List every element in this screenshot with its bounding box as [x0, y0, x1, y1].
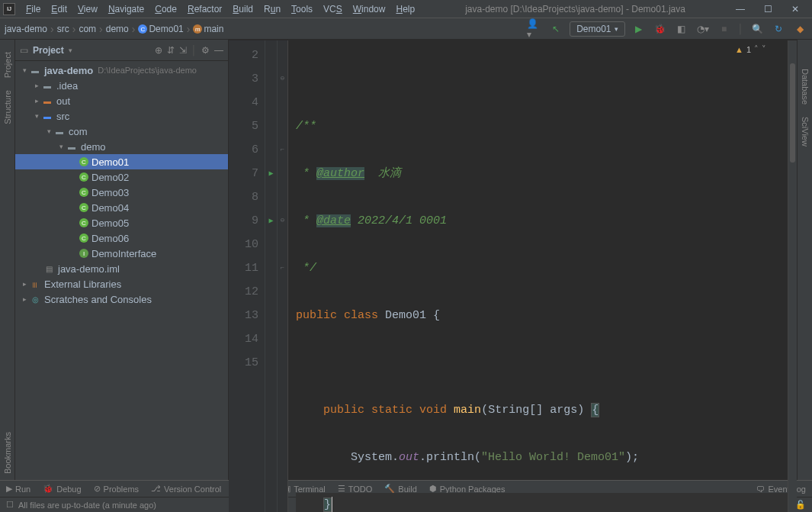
status-message: All files are up-to-date (a minute ago) — [18, 501, 156, 510]
class-icon: C — [79, 218, 88, 227]
tab-bookmarks[interactable]: Bookmarks — [2, 426, 14, 480]
project-tool-window: ▭ Project ▾ ⊕ ⇵ ⇲ │ ⚙ — ▾ ▬ java-demo D:… — [15, 40, 229, 480]
tree-class-demo01[interactable]: C Demo01 — [15, 154, 228, 169]
crumb-method[interactable]: mmain — [193, 24, 223, 34]
hide-icon[interactable]: — — [214, 45, 223, 56]
arrow-right-icon: ▸ — [20, 280, 29, 288]
panel-title[interactable]: Project — [33, 45, 64, 56]
code-content[interactable]: /** * @author 水滴 * @date 2022/4/1 0001 *… — [288, 40, 788, 512]
menu-tools[interactable]: Tools — [287, 2, 317, 16]
chevron-up-icon[interactable]: ˄ — [754, 44, 759, 54]
gear-icon[interactable]: ⚙ — [201, 45, 210, 56]
window-title: java-demo [D:\IdeaProjects\java-demo] - … — [419, 4, 731, 14]
tree-root[interactable]: ▾ ▬ java-demo D:\IdeaProjects\java-demo — [15, 63, 228, 78]
tool-vcs[interactable]: ⎇Version Control — [151, 484, 221, 494]
run-icon[interactable]: ▶ — [631, 21, 647, 37]
ide-settings-icon[interactable]: ◆ — [792, 21, 807, 37]
fold-end-icon[interactable]: ⌐ — [278, 256, 287, 280]
folder-icon: ▬ — [41, 80, 53, 91]
add-config-icon[interactable]: 👤▾ — [527, 21, 542, 37]
menu-file[interactable]: File — [21, 2, 45, 16]
fold-end-icon[interactable]: ⌐ — [278, 138, 287, 162]
chevron-right-icon: › — [187, 23, 191, 35]
coverage-icon[interactable]: ◧ — [674, 21, 689, 37]
tree-class-demo03[interactable]: C Demo03 — [15, 185, 228, 200]
fold-icon[interactable]: ⊖ — [278, 67, 287, 91]
menu-help[interactable]: Help — [391, 2, 419, 16]
menu-build[interactable]: Build — [228, 2, 258, 16]
arrow-down-icon: ▾ — [32, 112, 41, 120]
tab-project[interactable]: Project — [2, 46, 14, 84]
menu-vcs[interactable]: VCS — [319, 2, 347, 16]
expand-all-icon[interactable]: ⇵ — [167, 45, 175, 56]
editor-body[interactable]: 234 567 8910 111213 1415 ▶ ▶ ⊖ ⌐ ⊖ — [229, 40, 797, 512]
lock-icon[interactable]: 🔓 — [795, 500, 806, 510]
crumb-src[interactable]: src — [57, 24, 69, 34]
tree-src[interactable]: ▾ ▬ src — [15, 108, 228, 124]
chevron-right-icon: › — [132, 23, 136, 35]
tab-structure[interactable]: Structure — [2, 84, 14, 130]
select-opened-icon[interactable]: ⊕ — [155, 45, 162, 56]
tree-out[interactable]: ▸ ▬ out — [15, 93, 228, 108]
tree-demo[interactable]: ▾ ▬ demo — [15, 139, 228, 154]
run-gutter-icon[interactable]: ▶ — [265, 209, 277, 233]
chevron-right-icon: › — [72, 23, 76, 35]
crumb-com[interactable]: com — [79, 24, 96, 34]
arrow-right-icon: ▸ — [32, 97, 41, 105]
tab-sciview[interactable]: SciView — [799, 111, 811, 153]
tree-ext-lib[interactable]: ▸ ⫼ External Libraries — [15, 276, 228, 291]
menu-window[interactable]: Window — [348, 2, 390, 16]
chevron-down-icon[interactable]: ▾ — [69, 47, 72, 54]
arrow-down-icon: ▾ — [56, 143, 66, 150]
chevron-down-icon[interactable]: ˅ — [762, 44, 766, 54]
tab-database[interactable]: Database — [799, 63, 811, 111]
run-gutter-icon[interactable]: ▶ — [265, 162, 277, 185]
menu-run[interactable]: Run — [259, 2, 285, 16]
build-hammer-icon[interactable]: ↖ — [548, 21, 563, 37]
menu-navigate[interactable]: Navigate — [104, 2, 149, 16]
editor-scrollbar[interactable] — [788, 40, 797, 512]
menu-code[interactable]: Code — [150, 2, 181, 16]
scroll-thumb[interactable] — [790, 63, 795, 163]
tool-problems[interactable]: ⊘Problems — [94, 484, 139, 494]
tree-class-demo02[interactable]: C Demo02 — [15, 169, 228, 185]
tree-iml[interactable]: ▤ java-demo.iml — [15, 261, 228, 276]
tree-idea[interactable]: ▸ ▬ .idea — [15, 78, 228, 93]
class-icon: C — [79, 172, 88, 182]
tree-class-demo05[interactable]: C Demo05 — [15, 215, 228, 230]
minimize-button[interactable]: — — [731, 4, 749, 14]
tree-com[interactable]: ▾ ▬ com — [15, 124, 228, 139]
warning-icon: ▲ — [735, 45, 743, 54]
tree-scratches[interactable]: ▸ ◎ Scratches and Consoles — [15, 291, 228, 307]
scratches-icon: ◎ — [29, 294, 41, 304]
tree-class-demo06[interactable]: C Demo06 — [15, 230, 228, 246]
left-tool-strip: Project Structure Bookmarks — [0, 40, 15, 480]
fold-icon[interactable]: ⊖ — [278, 209, 287, 233]
tree-class-demo04[interactable]: C Demo04 — [15, 200, 228, 215]
crumb-project[interactable]: java-demo — [5, 24, 47, 34]
package-icon: ▬ — [66, 141, 78, 152]
right-tool-strip: Database SciView — [797, 40, 812, 480]
stop-icon[interactable]: ■ — [717, 21, 732, 37]
tree-interface[interactable]: I DemoInterface — [15, 246, 228, 261]
search-icon[interactable]: 🔍 — [749, 21, 765, 37]
breadcrumb: java-demo › src › com › demo › CDemo01 ›… — [5, 23, 223, 35]
status-icon[interactable]: ☐ — [6, 500, 14, 510]
menu-edit[interactable]: Edit — [47, 2, 72, 16]
menu-view[interactable]: View — [73, 2, 102, 16]
arrow-down-icon: ▾ — [44, 127, 53, 135]
debug-icon[interactable]: 🐞 — [653, 21, 668, 37]
close-button[interactable]: ✕ — [786, 4, 804, 14]
run-config-selector[interactable]: Demo01 ▾ — [570, 21, 624, 37]
problems-indicator[interactable]: ▲ 1 ˄ ˅ — [735, 44, 766, 54]
menu-refactor[interactable]: Refactor — [183, 2, 226, 16]
package-icon: ▬ — [53, 126, 66, 137]
maximize-button[interactable]: ☐ — [759, 4, 777, 14]
profile-icon[interactable]: ◔▾ — [695, 21, 711, 37]
tool-run[interactable]: ▶Run — [6, 484, 30, 494]
tool-debug[interactable]: 🐞Debug — [43, 484, 81, 494]
crumb-demo[interactable]: demo — [106, 24, 129, 34]
crumb-class[interactable]: CDemo01 — [138, 24, 183, 34]
collapse-all-icon[interactable]: ⇲ — [179, 45, 187, 56]
sync-icon[interactable]: ↻ — [771, 21, 786, 37]
